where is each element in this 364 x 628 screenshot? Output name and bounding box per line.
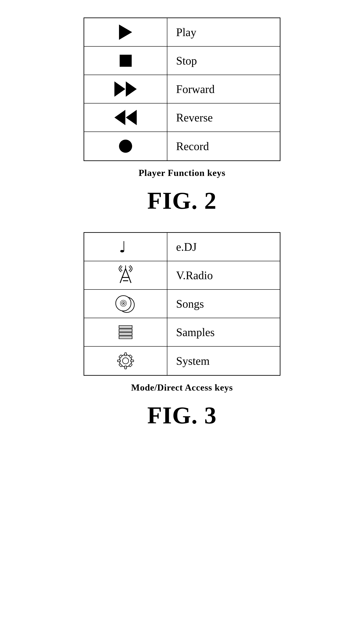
fig3-title: FIG. 3 — [147, 401, 217, 429]
svg-text:♩: ♩ — [119, 239, 126, 256]
table-row: Songs — [84, 290, 280, 318]
reverse-icon-cell — [84, 103, 167, 132]
stack-icon — [117, 323, 134, 341]
radio-icon-cell — [84, 261, 167, 289]
svg-point-22 — [123, 358, 129, 364]
radio-tower-icon — [115, 264, 137, 286]
cd-discs-icon — [114, 293, 138, 315]
forward-icon — [114, 81, 137, 97]
edj-label: e.DJ — [167, 233, 280, 261]
play-icon — [119, 24, 132, 40]
fig2-caption: Player Function keys — [139, 168, 225, 178]
cd-icon-cell — [84, 290, 167, 318]
fig3-section: ♩ e.DJ — [83, 232, 281, 429]
gear-icon-cell — [84, 347, 167, 375]
svg-rect-24 — [125, 366, 126, 369]
system-label: System — [167, 347, 280, 375]
forward-arrow-1 — [114, 81, 125, 97]
table-row: V.Radio — [84, 261, 280, 290]
play-label: Play — [167, 18, 280, 46]
table-row: Reverse — [84, 103, 280, 132]
table-row: ♩ e.DJ — [84, 233, 280, 261]
stop-icon — [120, 55, 132, 67]
fig2-title: FIG. 2 — [147, 187, 217, 215]
record-icon — [119, 140, 132, 153]
stop-icon-cell — [84, 47, 167, 75]
vradio-label: V.Radio — [167, 261, 280, 289]
table-row: Forward — [84, 75, 280, 103]
fig3-table: ♩ e.DJ — [83, 232, 281, 376]
fig2-table: Play Stop Forward — [83, 17, 281, 161]
svg-rect-25 — [117, 360, 121, 362]
svg-rect-23 — [125, 353, 126, 356]
music-note-icon: ♩ — [117, 238, 134, 256]
stop-label: Stop — [167, 47, 280, 75]
forward-arrow-2 — [126, 81, 137, 97]
table-row: Record — [84, 132, 280, 160]
reverse-label: Reverse — [167, 103, 280, 132]
songs-label: Songs — [167, 290, 280, 318]
fig2-section: Play Stop Forward — [83, 17, 281, 215]
record-icon-cell — [84, 132, 167, 160]
table-row: Samples — [84, 318, 280, 347]
table-row: System — [84, 347, 280, 375]
stack-icon-cell — [84, 318, 167, 346]
reverse-arrow-2 — [126, 110, 137, 125]
reverse-icon — [114, 110, 137, 125]
record-label: Record — [167, 132, 280, 160]
svg-point-11 — [123, 303, 124, 304]
table-row: Stop — [84, 47, 280, 75]
play-icon-cell — [84, 18, 167, 46]
svg-rect-26 — [131, 360, 134, 362]
reverse-arrow-1 — [114, 110, 125, 125]
samples-label: Samples — [167, 318, 280, 346]
forward-icon-cell — [84, 75, 167, 103]
gear-icon — [116, 351, 135, 371]
fig3-caption: Mode/Direct Access keys — [131, 382, 233, 393]
music-icon-cell: ♩ — [84, 233, 167, 261]
forward-label: Forward — [167, 75, 280, 103]
table-row: Play — [84, 18, 280, 47]
